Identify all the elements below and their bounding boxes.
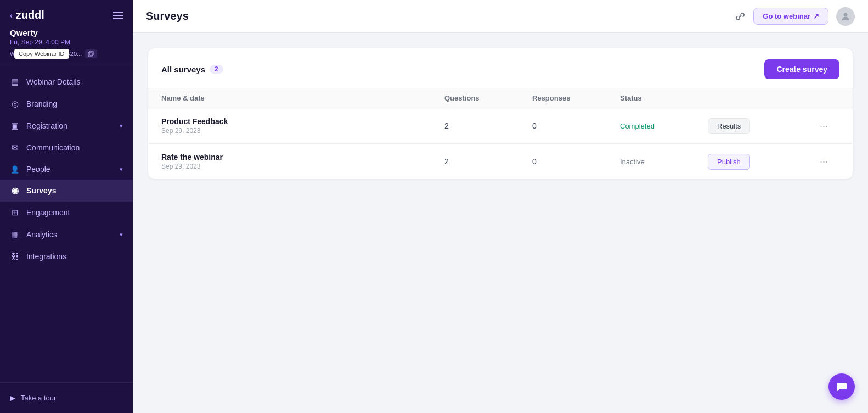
survey-name-date: Product Feedback Sep 29, 2023: [161, 117, 444, 135]
results-button[interactable]: Results: [708, 118, 750, 134]
sidebar-item-registration[interactable]: ▣ Registration ▾: [0, 115, 133, 137]
table-row: Rate the webinar Sep 29, 2023 2 0 Inacti…: [148, 144, 853, 179]
col-action: [708, 94, 818, 102]
sidebar-item-label: Surveys: [26, 186, 123, 195]
sidebar-item-communication[interactable]: ✉ Communication: [0, 137, 133, 159]
tour-label: Take a tour: [21, 394, 56, 402]
people-icon: 👤: [10, 165, 20, 174]
sidebar-item-engagement[interactable]: ⊞ Engagement: [0, 202, 133, 224]
engagement-icon: ⊞: [10, 208, 20, 217]
surveys-card-header: All surveys 2 Create survey: [148, 48, 853, 88]
survey-name: Product Feedback: [161, 117, 444, 126]
surveys-icon: ◉: [10, 186, 20, 196]
col-responses: Responses: [532, 94, 620, 102]
take-a-tour-button[interactable]: ▶ Take a tour: [10, 389, 123, 406]
publish-button[interactable]: Publish: [708, 154, 750, 170]
topbar-right: Go to webinar ↗: [735, 7, 855, 26]
external-link-icon: ↗: [813, 12, 819, 20]
survey-questions: 2: [444, 157, 532, 166]
chat-bubble-button[interactable]: [828, 373, 855, 400]
table-header: Name & date Questions Responses Status: [148, 88, 853, 108]
col-status: Status: [620, 94, 708, 102]
more-options-cell: ···: [818, 120, 839, 132]
survey-date: Sep 29, 2023: [161, 163, 444, 170]
go-to-webinar-button[interactable]: Go to webinar ↗: [753, 8, 828, 25]
sidebar-item-label: Branding: [26, 99, 123, 108]
sidebar-item-surveys[interactable]: ◉ Surveys: [0, 180, 133, 202]
sidebar-item-label: Registration: [26, 121, 113, 130]
sidebar-item-label: Communication: [26, 143, 123, 152]
webinar-id-row: Webinar ID: acf71dd7-20... Copy Webinar …: [10, 49, 123, 58]
copy-tooltip: Copy Webinar ID: [14, 49, 69, 59]
copy-webinar-id-button[interactable]: [85, 49, 97, 58]
sidebar: ‹ zuddl Qwerty Fri, Sep 29, 4:00 PM Webi…: [0, 0, 133, 413]
all-surveys-label: All surveys 2: [161, 65, 223, 74]
sidebar-top: ‹ zuddl Qwerty Fri, Sep 29, 4:00 PM Webi…: [0, 0, 133, 65]
more-options-button[interactable]: ···: [818, 120, 830, 132]
communication-icon: ✉: [10, 143, 20, 153]
go-webinar-label: Go to webinar: [763, 12, 810, 20]
sidebar-item-label: People: [26, 165, 113, 174]
chevron-down-icon: ▾: [120, 231, 123, 238]
col-more: [818, 94, 839, 102]
more-options-cell: ···: [818, 156, 839, 168]
survey-responses: 0: [532, 157, 620, 166]
more-options-button[interactable]: ···: [818, 156, 830, 168]
sidebar-item-analytics[interactable]: ▦ Analytics ▾: [0, 224, 133, 245]
survey-action-cell: Results: [708, 118, 818, 134]
webinar-details-icon: ▤: [10, 77, 20, 87]
sidebar-nav: ▤ Webinar Details ◎ Branding ▣ Registrat…: [0, 65, 133, 382]
svg-point-2: [844, 13, 848, 16]
sidebar-item-label: Engagement: [26, 208, 123, 217]
chevron-down-icon: ▾: [120, 166, 123, 173]
link-icon-button[interactable]: [735, 11, 746, 22]
tour-icon: ▶: [10, 394, 15, 402]
registration-icon: ▣: [10, 121, 20, 131]
brand-name: zuddl: [16, 9, 44, 21]
survey-questions: 2: [444, 121, 532, 130]
analytics-icon: ▦: [10, 230, 20, 239]
sidebar-item-people[interactable]: 👤 People ▾: [0, 159, 133, 180]
org-name: Qwerty: [10, 28, 123, 37]
integrations-icon: ⛓: [10, 252, 20, 261]
page-title: Surveys: [146, 10, 189, 23]
sidebar-brand: ‹ zuddl: [10, 9, 123, 21]
sidebar-item-branding[interactable]: ◎ Branding: [0, 93, 133, 115]
svg-rect-0: [88, 52, 92, 57]
sidebar-item-label: Analytics: [26, 230, 113, 239]
branding-icon: ◎: [10, 99, 20, 109]
table-row: Product Feedback Sep 29, 2023 2 0 Comple…: [148, 108, 853, 144]
org-date: Fri, Sep 29, 4:00 PM: [10, 38, 123, 46]
svg-rect-1: [89, 51, 93, 55]
col-name-date: Name & date: [161, 94, 444, 102]
hamburger-menu-icon[interactable]: [113, 12, 123, 19]
survey-action-cell: Publish: [708, 154, 818, 170]
survey-count-badge: 2: [210, 65, 223, 74]
sidebar-item-webinar-details[interactable]: ▤ Webinar Details: [0, 71, 133, 93]
brand-logo[interactable]: ‹ zuddl: [10, 9, 44, 21]
survey-status: Inactive: [620, 158, 708, 166]
sidebar-item-label: Webinar Details: [26, 77, 123, 86]
user-avatar[interactable]: [836, 7, 855, 26]
survey-date: Sep 29, 2023: [161, 127, 444, 135]
chevron-down-icon: ▾: [120, 122, 123, 130]
survey-responses: 0: [532, 121, 620, 130]
col-questions: Questions: [444, 94, 532, 102]
content-area: All surveys 2 Create survey Name & date …: [133, 33, 868, 413]
survey-name-date: Rate the webinar Sep 29, 2023: [161, 153, 444, 170]
all-surveys-text: All surveys: [161, 65, 205, 74]
back-arrow-icon: ‹: [10, 11, 13, 20]
create-survey-button[interactable]: Create survey: [764, 59, 839, 79]
sidebar-bottom: ▶ Take a tour: [0, 382, 133, 413]
survey-status: Completed: [620, 122, 708, 130]
main-area: Surveys Go to webinar ↗ All surveys 2: [133, 0, 868, 413]
topbar: Surveys Go to webinar ↗: [133, 0, 868, 33]
sidebar-item-label: Integrations: [26, 252, 123, 261]
surveys-card: All surveys 2 Create survey Name & date …: [148, 48, 853, 179]
survey-name: Rate the webinar: [161, 153, 444, 161]
sidebar-item-integrations[interactable]: ⛓ Integrations: [0, 245, 133, 267]
